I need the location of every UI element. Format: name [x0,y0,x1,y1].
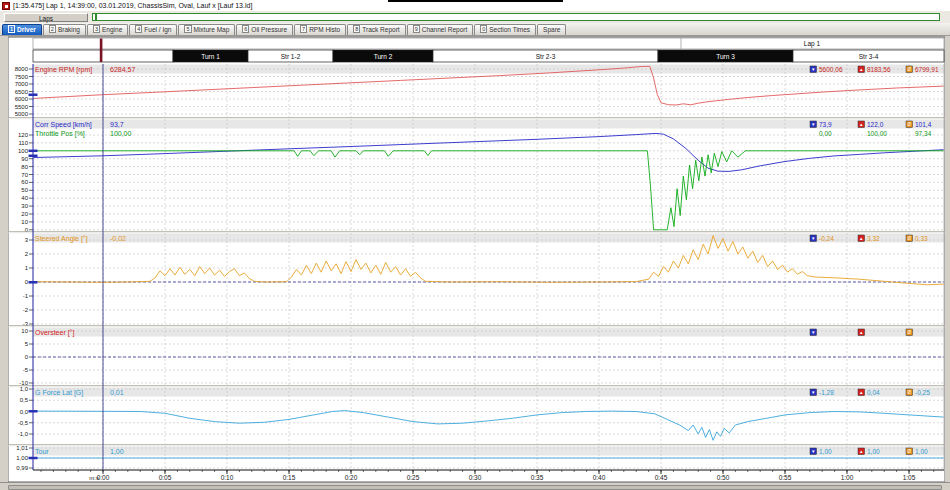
stat-marker-glyph: ▲ [859,67,863,72]
right-gutter [945,36,950,482]
tab-number: 5 [184,25,191,33]
stat-marker-glyph: ▲ [859,122,863,127]
stat-marker-glyph: ▼ [811,330,815,335]
x-tick-label: 0:35 [531,474,544,481]
stat-marker-glyph: Ø [908,67,912,72]
tab-number: 8 [353,25,360,33]
x-tick-label: 0:20 [345,474,358,481]
y-tick-label: 20 [21,211,28,217]
stat-value: 100,00 [867,130,887,137]
tab-number: 9 [413,25,420,33]
tab-channel-report[interactable]: 9Channel Report [407,24,474,35]
top-divider-line [388,0,563,2]
x-tick-label: 0:55 [779,474,792,481]
windarab-window: [1:35.475] Lap 1, 14:39:00, 03.01.2019, … [0,0,950,490]
stat-marker-glyph: ▲ [859,330,863,335]
tab-label: Driver [17,26,36,33]
y-tick-label: 1,0 [20,386,29,392]
x-tick-label: 0:50 [717,474,730,481]
tab-engine[interactable]: 3Engine [87,24,128,35]
x-tick-label: 0:25 [407,474,420,481]
y-tick-label: 90 [21,156,28,162]
laps-button[interactable]: Laps [4,13,88,22]
laps-position-tick [95,14,97,20]
chart-frame [8,37,945,482]
stat-value: -0,24 [819,235,834,242]
channel-cursor-value: 6284,57 [110,66,135,73]
lap-start-marker [100,39,103,63]
tab-driver[interactable]: 1Driver [2,24,42,35]
tab-label: Engine [102,26,122,33]
chart-area[interactable]: Lap 1Turn 1Str 1-2Turn 2Str 2-3Turn 3Str… [0,36,950,482]
channel-name: Corr Speed [km/h] [35,121,92,129]
tab-track-report[interactable]: 8Track Report [347,24,405,35]
channel-cursor-value: 100,00 [110,130,132,137]
tab-label: Oil Pressure [251,26,287,33]
stat-value: 122,0 [867,121,884,128]
cursor-value-marker [29,410,38,413]
stat-marker-glyph: Ø [908,390,912,395]
tab-fuel-ign[interactable]: 4Fuel / Ign [129,24,177,35]
stat-marker-glyph: ▼ [811,449,815,454]
tab-number: 1 [8,25,15,33]
cursor-value-marker [29,281,38,284]
horizontal-scrollbar[interactable] [0,482,950,490]
section-label: Turn 1 [201,53,220,60]
panel-header-band [33,234,944,243]
laps-progress-bar[interactable] [92,13,940,21]
y-tick-label: -5 [23,367,29,373]
tab-label: Section Times [489,26,530,33]
stat-marker-glyph: ▼ [811,390,815,395]
x-tick-label: 0:05 [159,474,172,481]
y-tick-label: 100 [18,148,29,154]
tab-number: 6 [242,25,249,33]
y-tick-label: -1,0 [18,431,29,437]
channel-cursor-value: 1,00 [110,448,124,455]
tab-rpm-histo[interactable]: 7RPM Histo [294,24,346,35]
stat-marker-glyph: Ø [908,449,912,454]
y-tick-label: -1 [23,293,29,299]
tab-label: RPM Histo [309,26,340,33]
y-tick-label: 10 [21,219,28,225]
y-tick-label: 5000 [15,111,29,117]
tab-number: 2 [49,25,56,33]
cursor-value-marker [29,93,38,96]
stat-value: 0,00 [819,130,832,137]
tab-section-times[interactable]: 0Section Times [474,24,536,35]
x-tick-label: 0:10 [221,474,234,481]
y-tick-label: 120 [18,132,29,138]
stat-value: 3,32 [867,235,880,242]
y-tick-label: 50 [21,187,28,193]
y-tick-label: 80 [21,164,28,170]
x-axis-unit: m:s [89,475,99,481]
y-tick-label: 60 [21,179,28,185]
stat-value: 1,00 [915,448,928,455]
stat-value: 73,9 [819,121,832,128]
y-tick-label: 1,01 [16,445,28,451]
y-tick-label: 1,00 [16,455,28,461]
x-tick-label: 1:05 [903,474,916,481]
stat-value: 1,00 [819,448,832,455]
stat-value: 97,34 [915,130,932,137]
stat-marker-glyph: ▲ [859,449,863,454]
lap-label: Lap 1 [804,40,821,48]
tab-oil-pressure[interactable]: 6Oil Pressure [236,24,293,35]
worksheet-tabs: 1Driver2Braking3Engine4Fuel / Ign5Mixtur… [0,23,950,36]
tab-label: Spare [543,26,560,33]
scrollbar-thumb[interactable] [8,485,942,490]
tab-mixture-map[interactable]: 5Mixture Map [178,24,235,35]
y-tick-label: -0,5 [18,420,29,426]
section-label: Str 2-3 [536,53,556,60]
tab-braking[interactable]: 2Braking [43,24,86,35]
chart-region: Lap 1Turn 1Str 1-2Turn 2Str 2-3Turn 3Str… [0,36,950,482]
panel-header-band [33,328,944,337]
tab-spare[interactable]: Spare [537,24,566,35]
stat-value: 0,33 [915,235,928,242]
title-bar: [1:35.475] Lap 1, 14:39:00, 03.01.2019, … [0,0,950,11]
x-tick-label: 0:40 [593,474,606,481]
window-title: [1:35.475] Lap 1, 14:39:00, 03.01.2019, … [13,2,252,9]
channel-name: Steered Angle [°] [35,235,88,243]
tab-label: Track Report [362,26,399,33]
channel-name: Oversteer [°] [35,329,74,337]
channel-cursor-value: -0,02 [110,235,126,242]
